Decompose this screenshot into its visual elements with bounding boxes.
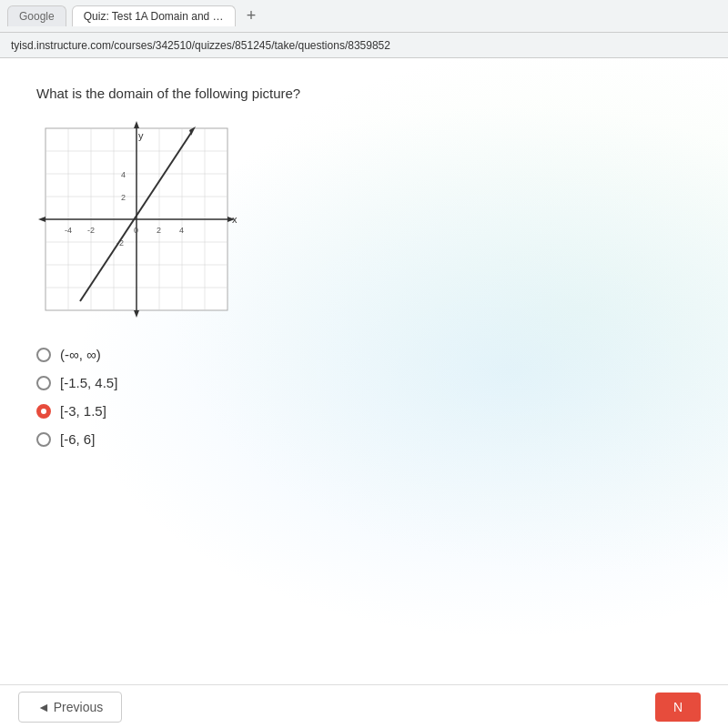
svg-text:2: 2: [121, 193, 126, 202]
radio-1[interactable]: [36, 348, 51, 362]
coordinate-graph: y x -4 -2 0 2 4 4 2 -2: [36, 119, 237, 319]
new-tab-button[interactable]: +: [241, 6, 262, 25]
next-button[interactable]: N: [655, 693, 701, 722]
svg-marker-20: [134, 310, 139, 318]
svg-text:0: 0: [134, 226, 138, 235]
choice-item-4[interactable]: [-6, 6]: [36, 431, 692, 447]
radio-4[interactable]: [36, 432, 51, 447]
choice-label-4: [-6, 6]: [60, 431, 95, 447]
choice-item-2[interactable]: [-1.5, 4.5]: [36, 375, 692, 390]
choice-label-1: (-∞, ∞): [60, 347, 101, 362]
content-inner: What is the domain of the following pict…: [36, 86, 692, 447]
browser-tabs: Google Quiz: Test 1A Domain and Range +: [0, 0, 728, 33]
radio-2[interactable]: [36, 376, 51, 390]
page-content: What is the domain of the following pict…: [0, 58, 728, 684]
url-text: tyisd.instructure.com/courses/342510/qui…: [11, 39, 390, 52]
choice-item-3[interactable]: [-3, 1.5]: [36, 403, 692, 419]
choice-label-2: [-1.5, 4.5]: [60, 375, 117, 390]
radio-3[interactable]: [36, 404, 51, 419]
svg-text:4: 4: [121, 170, 126, 179]
tab-google[interactable]: Google: [7, 5, 66, 26]
address-bar: tyisd.instructure.com/courses/342510/qui…: [0, 33, 728, 58]
choice-item-1[interactable]: (-∞, ∞): [36, 347, 692, 362]
tab-quiz[interactable]: Quiz: Test 1A Domain and Range: [72, 5, 236, 26]
svg-marker-17: [38, 217, 46, 222]
svg-text:y: y: [138, 130, 144, 141]
svg-text:2: 2: [157, 226, 161, 235]
svg-text:4: 4: [179, 226, 184, 235]
graph-container: y x -4 -2 0 2 4 4 2 -2: [36, 119, 237, 319]
answer-choices: (-∞, ∞) [-1.5, 4.5] [-3, 1.5] [-6, 6]: [36, 347, 692, 447]
svg-text:x: x: [232, 214, 237, 225]
question-text: What is the domain of the following pict…: [36, 86, 692, 101]
bottom-navigation: ◄ Previous N: [0, 684, 728, 728]
svg-text:-2: -2: [87, 226, 95, 235]
svg-marker-19: [134, 121, 139, 128]
svg-text:-4: -4: [65, 226, 72, 235]
previous-button[interactable]: ◄ Previous: [18, 692, 122, 723]
choice-label-3: [-3, 1.5]: [60, 403, 106, 419]
